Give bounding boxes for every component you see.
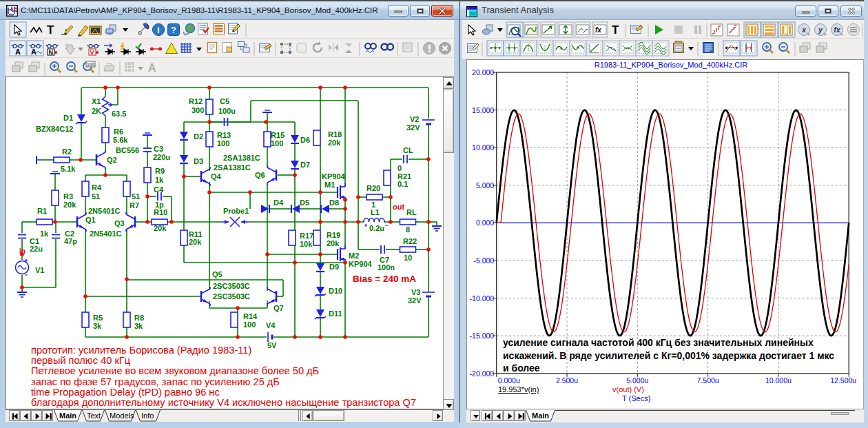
svg-text:R10: R10 [154,208,167,216]
svg-text:V2: V2 [410,115,419,123]
svg-text:v(out) (V): v(out) (V) [612,385,644,394]
svg-text:Q1: Q1 [85,216,96,224]
svg-text:2N5401C: 2N5401C [88,207,121,215]
svg-text:time Propagation Delay (tPD) р: time Propagation Delay (tPD) равно 96 нс [31,387,220,398]
svg-text:3k: 3k [93,322,102,330]
svg-text:Q3: Q3 [114,219,125,227]
svg-text:T: T [47,23,54,37]
svg-text:100: 100 [243,320,256,329]
svg-text:A: A [31,48,37,56]
svg-text:D4: D4 [273,198,284,207]
svg-text:-5.000: -5.000 [473,256,494,265]
svg-text:Bias = 240 mA: Bias = 240 mA [353,274,416,284]
svg-text:RL: RL [406,208,417,216]
svg-text:KP904: KP904 [349,260,373,268]
svg-text:2N5401C: 2N5401C [90,230,122,238]
svg-text:220u: 220u [153,153,170,161]
svg-text:1k: 1k [40,230,49,238]
svg-text:12.500u: 12.500u [830,376,856,385]
svg-text:D8: D8 [329,198,339,207]
svg-text:47p: 47p [64,237,77,245]
svg-text:5V: 5V [267,341,277,349]
svg-text:2SA1381C: 2SA1381C [223,154,260,162]
svg-text:51: 51 [132,192,140,201]
svg-text:10.000: 10.000 [472,143,494,152]
svg-text:R9: R9 [155,167,165,175]
svg-text:C4: C4 [154,185,164,194]
svg-text:R1: R1 [37,207,47,215]
svg-text:10k: 10k [300,240,313,248]
svg-text:R22: R22 [403,237,417,245]
svg-text:0: 0 [397,164,402,172]
svg-text:2.500u: 2.500u [556,376,578,385]
svg-text:300: 300 [192,106,204,114]
svg-text:20k: 20k [328,139,341,147]
svg-text:15.000: 15.000 [472,106,494,114]
svg-text:D7: D7 [300,161,310,169]
svg-text:2SC3503C: 2SC3503C [213,292,250,300]
svg-text:D1: D1 [63,114,73,122]
svg-text:0.2u: 0.2u [369,224,384,232]
svg-text:искажений. В ряде усилителей с: искажений. В ряде усилителей с Кг=0,001%… [503,350,834,361]
svg-text:R19: R19 [327,231,340,239]
svg-text:-20.000: -20.000 [470,369,495,378]
svg-text:C5: C5 [220,97,229,105]
svg-text:Петлевое усиление во всем звук: Петлевое усиление во всем звуковом диапа… [31,365,319,376]
svg-text:3k: 3k [134,322,143,330]
svg-text:R8: R8 [134,314,144,322]
svg-text:A: A [148,62,156,74]
svg-text:in: in [19,247,25,255]
svg-text:R15: R15 [271,131,285,139]
svg-text:51: 51 [92,192,100,201]
svg-text:20k: 20k [189,238,202,246]
svg-text:A: A [15,48,21,56]
svg-text:R20: R20 [366,184,380,192]
svg-text:CL: CL [403,146,413,154]
svg-text:100: 100 [217,139,229,147]
svg-text:T (Secs): T (Secs) [622,394,650,402]
svg-text:32V: 32V [408,296,422,305]
svg-text:32V: 32V [406,123,420,132]
svg-text:20k: 20k [63,201,76,209]
svg-text:R14: R14 [243,312,258,320]
svg-text:R3: R3 [63,192,73,201]
svg-text:5.1k: 5.1k [61,165,76,173]
svg-text:20.000: 20.000 [472,68,494,77]
svg-text:19.953*v(in): 19.953*v(in) [498,385,539,394]
svg-text:fx: fx [834,26,840,34]
svg-text:V3: V3 [411,288,420,296]
svg-text:R12: R12 [189,97,203,105]
svg-text:10.000u: 10.000u [765,376,792,385]
svg-text:-10.000: -10.000 [470,294,495,303]
svg-text:7.500u: 7.500u [697,376,719,385]
svg-text:BZX84C12: BZX84C12 [36,125,73,133]
svg-text:R4: R4 [92,183,102,192]
svg-text:D2: D2 [194,132,203,141]
svg-text:Q6: Q6 [255,171,265,179]
svg-text:20k: 20k [327,239,340,247]
svg-text:8: 8 [406,225,410,234]
svg-text:V: V [90,49,94,56]
svg-text:fx: fx [595,26,601,34]
svg-text:усиление сигнала частотой 400: усиление сигнала частотой 400 кГц без зн… [503,337,814,348]
svg-text:благодаря дополнительному исто: благодаря дополнительному источнику V4 и… [31,397,416,408]
svg-text:?: ? [171,26,176,35]
svg-text:0.1: 0.1 [397,180,408,188]
svg-text:D10: D10 [329,287,342,295]
svg-text:Q7: Q7 [273,304,284,312]
svg-text:M1: M1 [324,181,335,189]
svg-text:Q2: Q2 [107,156,117,164]
svg-text:KP904: KP904 [322,172,346,181]
svg-text:R18: R18 [328,130,342,139]
svg-text:out: out [393,203,404,211]
svg-text:63.5: 63.5 [112,110,126,118]
svg-text:R5: R5 [93,314,103,322]
svg-text:C3: C3 [154,145,163,153]
svg-text:-15.000: -15.000 [470,332,495,340]
svg-text:D11: D11 [329,309,342,318]
svg-text:D5: D5 [300,198,309,207]
svg-text:M2: M2 [349,252,359,260]
svg-text:и более: и более [503,363,540,374]
svg-text:D3: D3 [194,157,203,165]
svg-text:100u: 100u [218,107,236,115]
